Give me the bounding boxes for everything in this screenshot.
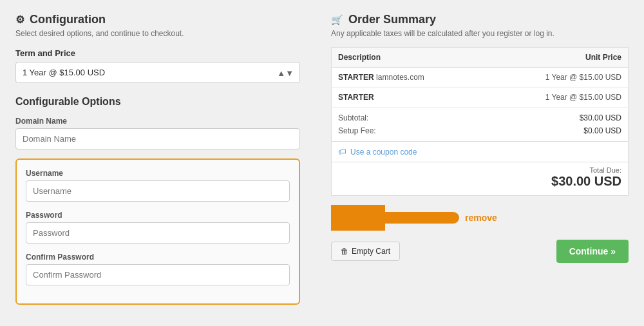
order-table: Description Unit Price STARTER lamnotes.…: [331, 47, 629, 108]
domain-name-field-group: Domain Name: [15, 117, 300, 149]
credentials-highlight-box: Username Password Confirm Password: [15, 158, 300, 305]
continue-button[interactable]: Continue »: [556, 240, 629, 263]
table-cell-description: STARTER: [332, 88, 488, 108]
domain-name-label: Domain Name: [15, 117, 300, 126]
gear-icon: ⚙: [15, 14, 24, 26]
username-input[interactable]: [26, 180, 290, 202]
username-field-group: Username: [26, 169, 290, 202]
trash-icon: 🗑: [341, 247, 348, 256]
term-price-label: Term and Price: [15, 48, 300, 58]
total-row: Total Due: $30.00 USD: [331, 162, 629, 196]
configuration-title: ⚙ Configuration: [15, 13, 300, 26]
confirm-password-field-group: Confirm Password: [26, 253, 290, 285]
password-label: Password: [26, 211, 290, 220]
setup-fee-row: Setup Fee: $0.00 USD: [338, 124, 621, 137]
arrow-svg: [331, 205, 460, 231]
setup-fee-label: Setup Fee:: [338, 126, 376, 135]
empty-cart-label: Empty Cart: [352, 247, 390, 256]
left-panel: ⚙ Configuration Select desired options, …: [0, 0, 316, 326]
summary-rows: Subtotal: $30.00 USD Setup Fee: $0.00 US…: [331, 108, 629, 142]
password-field-group: Password: [26, 211, 290, 244]
tag-icon: 🏷: [338, 147, 346, 157]
coupon-row: 🏷 Use a coupon code: [331, 142, 629, 162]
table-row: STARTER1 Year @ $15.00 USD: [332, 88, 629, 108]
remove-annotation: remove: [331, 205, 629, 231]
order-summary-title-text: Order Summary: [348, 13, 436, 26]
setup-fee-value: $0.00 USD: [583, 126, 621, 135]
empty-cart-button[interactable]: 🗑 Empty Cart: [331, 242, 400, 261]
table-row: STARTER lamnotes.com1 Year @ $15.00 USD: [332, 68, 629, 88]
configuration-title-text: Configuration: [30, 13, 106, 26]
cart-icon: 🛒: [331, 14, 343, 26]
order-summary-subtitle: Any applicable taxes will be calculated …: [331, 29, 629, 38]
term-price-select-wrapper: 1 Year @ $15.00 USD ▲▼: [15, 62, 300, 83]
configuration-subtitle: Select desired options, and continue to …: [15, 29, 300, 38]
table-cell-description: STARTER lamnotes.com: [332, 68, 488, 88]
confirm-password-label: Confirm Password: [26, 253, 290, 262]
remove-label: remove: [465, 213, 497, 223]
password-input[interactable]: [26, 222, 290, 244]
coupon-link[interactable]: Use a coupon code: [350, 148, 417, 157]
total-amount: $30.00 USD: [551, 174, 621, 189]
configurable-options-title: Configurable Options: [15, 96, 300, 108]
subtotal-row: Subtotal: $30.00 USD: [338, 111, 621, 124]
col-description-header: Description: [332, 48, 488, 68]
confirm-password-input[interactable]: [26, 264, 290, 285]
col-unit-price-header: Unit Price: [488, 48, 628, 68]
total-due-label: Total Due:: [589, 166, 621, 174]
username-label: Username: [26, 169, 290, 178]
right-panel: 🛒 Order Summary Any applicable taxes wil…: [316, 0, 644, 326]
domain-name-input[interactable]: [15, 128, 300, 149]
table-header-row: Description Unit Price: [332, 48, 629, 68]
subtotal-value: $30.00 USD: [580, 113, 621, 122]
term-price-select[interactable]: 1 Year @ $15.00 USD: [15, 62, 300, 83]
table-cell-unit-price: 1 Year @ $15.00 USD: [488, 88, 628, 108]
actions-row: 🗑 Empty Cart Continue »: [331, 240, 629, 263]
subtotal-label: Subtotal:: [338, 113, 368, 122]
order-summary-title: 🛒 Order Summary: [331, 13, 629, 26]
table-cell-unit-price: 1 Year @ $15.00 USD: [488, 68, 628, 88]
